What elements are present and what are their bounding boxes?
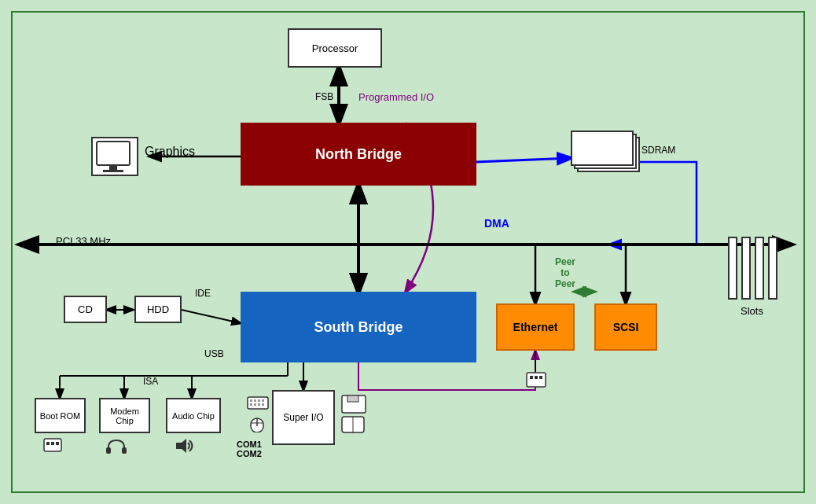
audio-chip-box: Audio Chip — [166, 398, 221, 433]
network-port-icon — [524, 370, 548, 393]
slots-label: Slots — [741, 305, 763, 317]
dma-label: DMA — [484, 217, 509, 230]
floppy-icon — [341, 395, 371, 441]
north-bridge-label: North Bridge — [315, 146, 402, 163]
modem-chip-label: Modem Chip — [101, 407, 149, 425]
sdram-card-front — [571, 131, 634, 166]
ethernet-box: Ethernet — [496, 304, 575, 351]
modem-chip-box: Modem Chip — [99, 398, 150, 433]
svg-rect-43 — [250, 403, 252, 406]
processor-box: Processor — [288, 28, 382, 68]
com-labels: COM1 COM2 — [237, 440, 262, 458]
cd-label: CD — [78, 304, 93, 315]
svg-rect-44 — [254, 403, 256, 406]
svg-rect-28 — [530, 376, 533, 379]
svg-rect-46 — [262, 403, 264, 406]
peer-to-peer-label: Peer to Peer — [555, 256, 575, 289]
fsb-label: FSB — [315, 91, 333, 102]
boot-rom-box: Boot ROM — [35, 398, 86, 433]
speaker-icon — [174, 437, 196, 458]
svg-rect-32 — [122, 447, 127, 454]
north-bridge-box: North Bridge — [241, 123, 476, 186]
com1-label: COM1 — [237, 440, 262, 449]
svg-rect-35 — [46, 442, 50, 445]
hdd-label: HDD — [147, 304, 169, 315]
svg-rect-36 — [51, 442, 54, 445]
svg-rect-41 — [258, 399, 260, 402]
programmed-io-label: Programmed I/O — [358, 91, 434, 103]
south-bridge-box: South Bridge — [241, 292, 476, 362]
svg-rect-37 — [56, 442, 59, 445]
isa-label: ISA — [143, 376, 158, 387]
audio-chip-label: Audio Chip — [172, 411, 215, 421]
svg-rect-27 — [527, 373, 546, 387]
svg-line-1 — [476, 158, 571, 162]
usb-label: USB — [204, 348, 224, 359]
slot-2 — [741, 237, 751, 300]
svg-rect-31 — [106, 447, 111, 454]
graphics-monitor-box — [91, 137, 138, 176]
pci-label: PCI 33 MHz — [56, 235, 111, 247]
scsi-label: SCSI — [613, 321, 639, 333]
svg-rect-39 — [250, 399, 252, 402]
cd-box: CD — [64, 296, 107, 323]
slot-4 — [768, 237, 777, 300]
headphone-icon — [105, 437, 127, 458]
svg-rect-20 — [97, 142, 130, 165]
processor-label: Processor — [312, 42, 358, 54]
svg-rect-45 — [258, 403, 260, 406]
svg-line-10 — [182, 310, 241, 323]
slot-3 — [755, 237, 764, 300]
super-io-box: Super I/O — [272, 390, 335, 445]
monitor-icon — [95, 140, 134, 173]
slot-1 — [728, 237, 737, 300]
boot-rom-label: Boot ROM — [40, 411, 80, 421]
keyboard-icon — [247, 396, 269, 414]
svg-rect-29 — [535, 376, 538, 379]
diagram-container: Processor North Bridge South Bridge SDRA… — [11, 11, 805, 493]
svg-rect-42 — [262, 399, 264, 402]
south-bridge-label: South Bridge — [314, 319, 403, 336]
svg-rect-40 — [254, 399, 256, 402]
svg-marker-33 — [176, 439, 186, 453]
svg-rect-22 — [103, 170, 123, 172]
svg-rect-21 — [109, 165, 117, 170]
svg-rect-24 — [347, 395, 358, 402]
super-io-label: Super I/O — [283, 412, 323, 423]
com2-label: COM2 — [237, 449, 262, 458]
svg-rect-30 — [539, 376, 542, 379]
graphics-label: Graphics — [145, 145, 195, 159]
hdd-box: HDD — [134, 296, 182, 323]
mouse-icon — [250, 415, 264, 436]
scsi-box: SCSI — [594, 304, 657, 351]
svg-rect-38 — [248, 397, 268, 409]
sdram-label: SDRAM — [641, 145, 675, 156]
network-port-icon-2 — [42, 437, 64, 458]
ethernet-label: Ethernet — [513, 321, 558, 333]
slots-visual — [728, 237, 777, 300]
ide-label: IDE — [195, 288, 211, 299]
